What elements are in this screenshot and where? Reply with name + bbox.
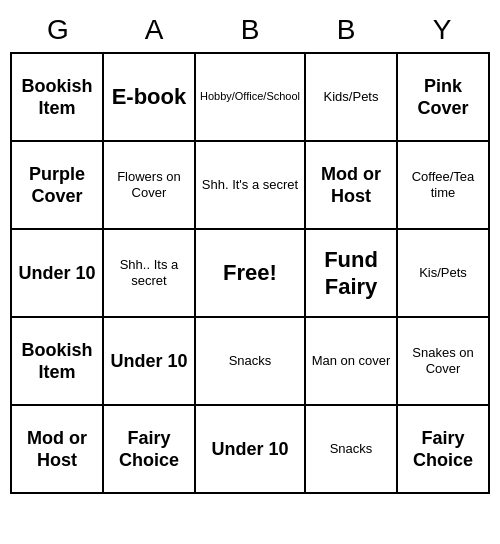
header-letter-b-3: B (298, 10, 394, 52)
bingo-cell-6: Flowers on Cover (104, 142, 196, 230)
bingo-cell-1: E-book (104, 54, 196, 142)
bingo-cell-22: Under 10 (196, 406, 306, 494)
bingo-cell-23: Snacks (306, 406, 398, 494)
bingo-cell-24: Fairy Choice (398, 406, 490, 494)
bingo-cell-8: Mod or Host (306, 142, 398, 230)
header-letter-g-0: G (10, 10, 106, 52)
header-row: GABBY (10, 10, 490, 52)
bingo-cell-0: Bookish Item (12, 54, 104, 142)
bingo-cell-16: Under 10 (104, 318, 196, 406)
bingo-cell-15: Bookish Item (12, 318, 104, 406)
bingo-cell-17: Snacks (196, 318, 306, 406)
bingo-cell-9: Coffee/Tea time (398, 142, 490, 230)
bingo-cell-5: Purple Cover (12, 142, 104, 230)
bingo-cell-12: Free! (196, 230, 306, 318)
bingo-cell-19: Snakes on Cover (398, 318, 490, 406)
bingo-grid: Bookish ItemE-bookHobby/Office/SchoolKid… (10, 52, 490, 494)
header-letter-a-1: A (106, 10, 202, 52)
bingo-cell-3: Kids/Pets (306, 54, 398, 142)
header-letter-y-4: Y (394, 10, 490, 52)
bingo-cell-18: Man on cover (306, 318, 398, 406)
header-letter-b-2: B (202, 10, 298, 52)
bingo-cell-13: Fund Fairy (306, 230, 398, 318)
bingo-cell-10: Under 10 (12, 230, 104, 318)
bingo-cell-7: Shh. It's a secret (196, 142, 306, 230)
bingo-cell-20: Mod or Host (12, 406, 104, 494)
bingo-cell-11: Shh.. Its a secret (104, 230, 196, 318)
bingo-cell-2: Hobby/Office/School (196, 54, 306, 142)
bingo-cell-4: Pink Cover (398, 54, 490, 142)
bingo-cell-14: Kis/Pets (398, 230, 490, 318)
bingo-cell-21: Fairy Choice (104, 406, 196, 494)
bingo-card: GABBY Bookish ItemE-bookHobby/Office/Sch… (10, 10, 490, 494)
